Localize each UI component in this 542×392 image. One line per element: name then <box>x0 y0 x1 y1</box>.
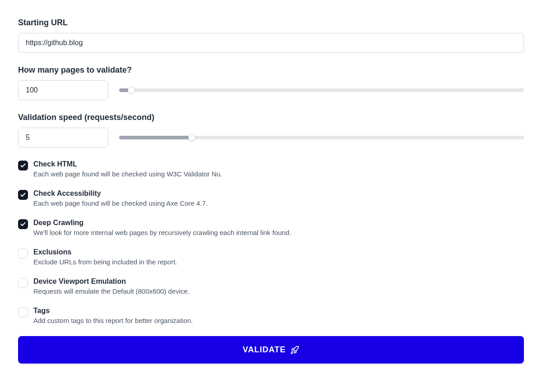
option-content-check-html: Check HTMLEach web page found will be ch… <box>33 160 524 179</box>
option-title-deep-crawling: Deep Crawling <box>33 219 524 227</box>
pages-slider-track <box>119 88 524 92</box>
option-exclusions: ExclusionsExclude URLs from being includ… <box>18 248 524 267</box>
option-description-exclusions: Exclude URLs from being included in the … <box>33 257 524 267</box>
option-title-device-viewport: Device Viewport Emulation <box>33 277 524 286</box>
checkbox-device-viewport[interactable] <box>18 278 28 288</box>
validation-speed-input[interactable] <box>18 128 108 148</box>
option-description-check-accessibility: Each web page found will be checked usin… <box>33 198 524 208</box>
option-tags: TagsAdd custom tags to this report for b… <box>18 307 524 325</box>
pages-slider[interactable] <box>119 86 524 95</box>
speed-slider-row <box>18 128 524 148</box>
rocket-icon <box>290 346 299 355</box>
validate-button-label: VALIDATE <box>243 345 286 355</box>
option-row-exclusions: ExclusionsExclude URLs from being includ… <box>18 248 524 267</box>
option-description-deep-crawling: We'll look for more internal web pages b… <box>33 228 524 237</box>
option-content-check-accessibility: Check AccessibilityEach web page found w… <box>33 189 524 208</box>
option-deep-crawling: Deep CrawlingWe'll look for more interna… <box>18 219 524 237</box>
validation-speed-label: Validation speed (requests/second) <box>18 113 524 122</box>
option-content-deep-crawling: Deep CrawlingWe'll look for more interna… <box>33 219 524 237</box>
checkbox-tags[interactable] <box>18 307 28 317</box>
options-container: Check HTMLEach web page found will be ch… <box>18 160 524 325</box>
checkbox-check-accessibility[interactable] <box>18 190 28 200</box>
option-check-accessibility: Check AccessibilityEach web page found w… <box>18 189 524 208</box>
option-check-html: Check HTMLEach web page found will be ch… <box>18 160 524 179</box>
option-row-tags: TagsAdd custom tags to this report for b… <box>18 307 524 325</box>
pages-to-validate-label: How many pages to validate? <box>18 65 524 75</box>
checkbox-exclusions[interactable] <box>18 249 28 258</box>
speed-slider-thumb[interactable] <box>188 134 195 141</box>
option-content-device-viewport: Device Viewport EmulationRequests will e… <box>33 277 524 296</box>
option-content-tags: TagsAdd custom tags to this report for b… <box>33 307 524 325</box>
pages-to-validate-input[interactable] <box>18 80 108 100</box>
speed-slider[interactable] <box>119 133 524 142</box>
speed-slider-fill <box>119 136 192 139</box>
starting-url-group: Starting URL <box>18 18 524 53</box>
option-description-tags: Add custom tags to this report for bette… <box>33 316 524 325</box>
option-title-tags: Tags <box>33 307 524 315</box>
option-row-deep-crawling: Deep CrawlingWe'll look for more interna… <box>18 219 524 237</box>
pages-slider-row <box>18 80 524 100</box>
starting-url-input[interactable] <box>18 33 524 53</box>
option-row-check-accessibility: Check AccessibilityEach web page found w… <box>18 189 524 208</box>
option-title-check-html: Check HTML <box>33 160 524 168</box>
validate-button[interactable]: VALIDATE <box>18 336 524 364</box>
pages-to-validate-group: How many pages to validate? <box>18 65 524 100</box>
starting-url-label: Starting URL <box>18 18 524 28</box>
option-content-exclusions: ExclusionsExclude URLs from being includ… <box>33 248 524 267</box>
option-title-exclusions: Exclusions <box>33 248 524 256</box>
speed-slider-track <box>119 136 524 139</box>
validation-speed-group: Validation speed (requests/second) <box>18 113 524 148</box>
option-row-device-viewport: Device Viewport EmulationRequests will e… <box>18 277 524 296</box>
option-description-check-html: Each web page found will be checked usin… <box>33 169 524 179</box>
checkbox-deep-crawling[interactable] <box>18 219 28 229</box>
checkbox-check-html[interactable] <box>18 161 28 171</box>
option-device-viewport: Device Viewport EmulationRequests will e… <box>18 277 524 296</box>
option-title-check-accessibility: Check Accessibility <box>33 189 524 198</box>
pages-slider-thumb[interactable] <box>128 87 135 94</box>
option-description-device-viewport: Requests will emulate the Default (800x6… <box>33 286 524 296</box>
option-row-check-html: Check HTMLEach web page found will be ch… <box>18 160 524 179</box>
